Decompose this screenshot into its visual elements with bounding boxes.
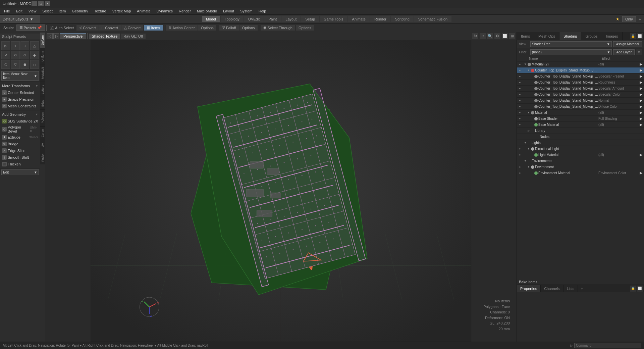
st-expand-6[interactable] [530,99,534,102]
viewport-grid-icon[interactable]: ⊞ [509,33,515,39]
icon-btn-11[interactable]: ◻ [30,60,39,69]
st-expand-18[interactable] [530,171,534,175]
st-filter-expand[interactable]: ▼ [636,49,642,55]
st-arrow-15[interactable]: ▶ [639,153,643,157]
sidebar-tab-letters[interactable]: Letters [40,82,45,97]
auto-select-btn[interactable]: ✓ Auto Select [48,25,76,31]
menu-geometry[interactable]: Geometry [69,8,91,14]
sidebar-tab-uniform[interactable]: Uniform [40,48,45,64]
menu-edit[interactable]: Edit [13,8,25,14]
bridge-row[interactable]: ⧉ Bridge [0,141,40,147]
menu-select[interactable]: Select [40,8,55,14]
st-expand-14[interactable]: ▼ [527,147,530,151]
st-expand-0[interactable]: ▼ [524,63,527,66]
tab-setup[interactable]: Setup [301,16,319,22]
icon-btn-8[interactable]: ⬡ [1,60,10,69]
viewport-search-icon[interactable]: 🔍 [487,33,493,39]
st-expand-8[interactable]: ▼ [527,111,530,114]
tab-scripting[interactable]: Scripting [391,16,414,22]
st-assign-material-btn[interactable]: Assign Material [613,41,642,47]
thicken-row[interactable]: ⬛ Thicken [0,161,40,167]
st-arrow-8[interactable]: ▶ [639,110,643,115]
menu-layout[interactable]: Layout [220,8,237,14]
icon-btn-3[interactable]: △ [30,41,39,50]
convert-btn-3[interactable]: △ Convert [121,25,144,31]
st-vis-2[interactable]: ● [518,74,522,79]
menu-animate[interactable]: Animate [134,8,153,14]
st-row-library[interactable]: ▷ Library [517,128,644,134]
st-filter-dropdown[interactable]: (none) ▼ [530,49,612,55]
icon-btn-1[interactable]: ○ [11,41,20,50]
st-row-base-material[interactable]: ● Base Material (all) ▶ [517,122,644,128]
st-expand-13[interactable]: ▼ [524,141,527,145]
view-mode-shaded[interactable]: Shaded Texture [89,34,120,39]
star-button[interactable]: ★ [616,17,620,21]
sidebar-tab-metaedit[interactable]: MetaEdit [40,64,45,82]
st-row-environment[interactable]: ● ▼ Environment [517,164,644,170]
tab-animate[interactable]: Animate [348,16,370,22]
st-vis-8[interactable]: ● [518,110,522,115]
st-expand-7[interactable] [530,105,534,108]
center-selected-row[interactable]: ⊙ Center Selected [0,89,40,96]
only-button[interactable]: Only [622,16,636,22]
st-expand-9[interactable] [530,117,534,120]
st-vis-9[interactable]: ● [518,116,522,121]
rp-lock-icon[interactable]: 🔒 [630,33,636,39]
edge-slice-row[interactable]: ∕ Edge Slice [0,147,40,154]
convert-btn-1[interactable]: ◁ Convert [76,25,99,31]
rp-expand-icon[interactable]: ⬜ [637,33,643,39]
viewport-expand-icon[interactable]: ⬜ [502,33,508,39]
presets-button[interactable]: ☰ Presets 📌 [16,24,45,31]
action-center-btn[interactable]: ⊕ Action Center [166,25,198,31]
view-mode-raygl[interactable]: Ray GL: Off [121,34,146,39]
st-row-light-material[interactable]: ● Light Material (all) ▶ [517,152,644,158]
st-vis-17[interactable]: ● [518,165,522,169]
icon-btn-5[interactable]: ↺ [11,51,20,59]
st-arrow-0[interactable]: ▶ [639,62,643,67]
select-through-btn[interactable]: ◉ Select Through [261,25,295,31]
st-row-environments[interactable]: ▼ Environments [517,158,644,164]
icon-btn-9[interactable]: ▽ [11,60,20,69]
st-row-ct-re1[interactable]: ● Counter_Top_Display_Stand_Mokup_03_Re…… [517,86,644,92]
tab-render[interactable]: Render [370,16,390,22]
st-expand-15[interactable] [530,153,534,157]
st-arrow-6[interactable]: ▶ [639,98,643,103]
st-expand-4[interactable] [530,87,534,90]
convert-btn-2[interactable]: □ Convert [99,25,121,31]
menu-item[interactable]: Item [56,8,68,14]
menu-maxtomodo[interactable]: MaxToModo [194,8,220,14]
st-vis-10[interactable]: ● [518,122,522,127]
icon-btn-0[interactable]: ▷ [1,41,10,50]
add-geometry-row[interactable]: Add Geometry ▼ [0,111,40,118]
maximize-button[interactable]: □ [38,1,44,6]
st-vis-1[interactable]: ● [518,68,522,73]
props-lock-icon[interactable]: 🔒 [630,286,636,292]
sidebar-tab-fusion[interactable]: Fusion [40,150,45,164]
st-row-dir-light[interactable]: ● ▼ Directional Light [517,146,644,152]
auto-select-checkbox[interactable]: ✓ [50,26,54,30]
close-button[interactable]: ✕ [45,1,50,6]
st-expand-11[interactable]: ▷ [527,129,530,133]
st-row-ct-bu[interactable]: ● Counter_Top_Display_Stand_Mokup_03_bu…… [517,98,644,104]
st-expand-12[interactable] [532,135,535,139]
st-row-ct-glo[interactable]: ● Counter_Top_Display_Stand_Mokup_03_Glo… [517,80,644,86]
st-row-base-shader[interactable]: ● Base Shader Full Shading ▶ [517,116,644,122]
props-add-button[interactable]: + [578,285,586,292]
menu-file[interactable]: File [1,8,13,14]
st-row-ct-dif[interactable]: ● Counter_Top_Display_Stand_Mokup_03_Dif… [517,104,644,110]
smooth-shift-row[interactable]: ⟨ Smooth Shift [0,154,40,161]
select-options-btn[interactable]: Options [296,25,314,31]
tab-topology[interactable]: Topology [221,16,244,22]
rp-tab-meshops[interactable]: Mesh Ops [534,32,559,40]
st-vis-18[interactable]: ● [518,171,522,176]
falloff-btn[interactable]: ⧩ Falloff [219,25,239,31]
st-expand-3[interactable] [530,81,534,84]
sidebar-tab-curve[interactable]: Curve [40,126,45,140]
st-arrow-18[interactable]: ▶ [639,171,643,176]
menu-dynamics[interactable]: Dynamics [154,8,175,14]
props-tab-properties[interactable]: Properties [517,285,541,292]
item-menu-dropdown[interactable]: Item Menu: New Item ▼ [1,71,39,81]
viewport-canvas[interactable]: V X Y [45,40,517,342]
viewport-nav-next[interactable]: ▷ [53,33,59,39]
st-arrow-4[interactable]: ▶ [639,86,643,91]
